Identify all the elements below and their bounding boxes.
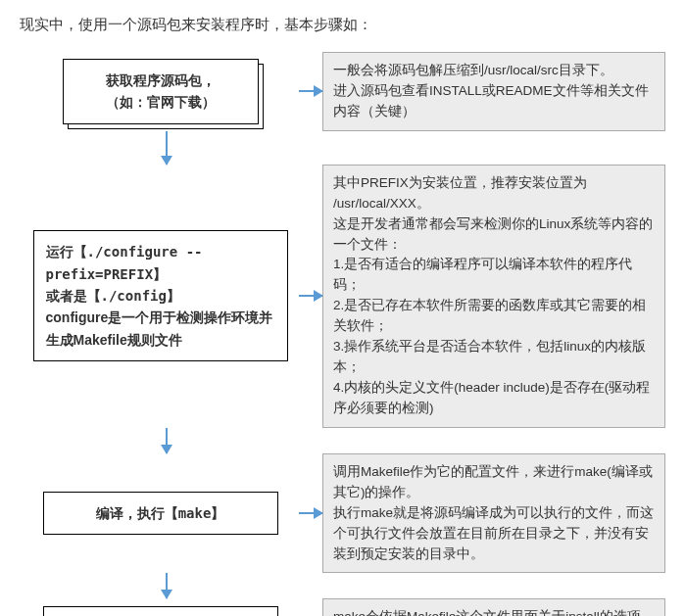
arrow-down-icon xyxy=(166,573,168,598)
step-4-row: 安装【make install】 make会依据Makefile这个文件里面关于… xyxy=(20,598,665,616)
step-1-row: 获取程序源码包， （如：官网下载） 一般会将源码包解压缩到/usr/local/… xyxy=(20,52,665,131)
step-2-line-3: configure是一个用于检测操作环境并生成Makefile规则文件 xyxy=(46,307,275,351)
step-3-d1: 调用Makefile作为它的配置文件，来进行make(编译或其它)的操作。 xyxy=(333,462,655,503)
step-3-d2: 执行make就是将源码编译成为可以执行的文件，而这个可执行文件会放置在目前所在目… xyxy=(333,503,655,565)
arrow-down-icon xyxy=(166,428,168,453)
arrow-right-icon xyxy=(299,90,322,92)
step-1-box: 获取程序源码包， （如：官网下载） xyxy=(63,59,259,124)
flow-diagram: 获取程序源码包， （如：官网下载） 一般会将源码包解压缩到/usr/local/… xyxy=(20,52,665,616)
step-1-title-1: 获取程序源码包， xyxy=(75,70,246,91)
arrow-down-icon xyxy=(166,131,168,165)
step-3-row: 编译，执行【make】 调用Makefile作为它的配置文件，来进行make(编… xyxy=(20,453,665,574)
step-2-d6: 3.操作系统平台是否适合本软件，包括linux的内核版本； xyxy=(333,337,655,378)
step-2-line-1: 运行【./configure --prefix=PREFIX】 xyxy=(46,241,275,285)
step-2-desc: 其中PREFIX为安装位置，推荐安装位置为 /usr/local/XXX。 这是… xyxy=(322,165,665,428)
step-2-d5: 2.是否已存在本软件所需要的函数库或其它需要的相关软件； xyxy=(333,296,655,337)
step-1-desc-l1: 一般会将源码包解压缩到/usr/local/src目录下。 xyxy=(333,61,655,81)
step-2-d3: 这是开发者通常都会写来检测你的Linux系统等内容的一个文件： xyxy=(333,214,655,256)
step-2-d1: 其中PREFIX为安装位置，推荐安装位置为 xyxy=(333,173,655,194)
step-2-row: 运行【./configure --prefix=PREFIX】 或者是【./co… xyxy=(20,165,665,428)
step-1-title-2: （如：官网下载） xyxy=(75,91,246,113)
step-2-d2: /usr/local/XXX。 xyxy=(333,194,655,214)
intro-text: 现实中，使用一个源码包来安装程序时，基本步骤如： xyxy=(20,16,665,34)
step-4-box: 安装【make install】 xyxy=(43,606,278,616)
arrow-right-icon xyxy=(299,512,322,514)
step-4-d1: make会依据Makefile这个文件里面关于install的选项，将上一个步骤… xyxy=(333,607,655,616)
step-3-title: 编译，执行【make】 xyxy=(96,505,225,521)
step-2-d7: 4.内核的头定义文件(header include)是否存在(驱动程序必须要的检… xyxy=(333,378,655,419)
step-1-desc: 一般会将源码包解压缩到/usr/local/src目录下。 进入源码包查看INS… xyxy=(322,52,665,131)
arrow-right-icon xyxy=(299,295,322,297)
step-4-desc: make会依据Makefile这个文件里面关于install的选项，将上一个步骤… xyxy=(322,598,665,616)
step-2-box: 运行【./configure --prefix=PREFIX】 或者是【./co… xyxy=(33,230,288,361)
step-2-d4: 1.是否有适合的编译程序可以编译本软件的程序代码； xyxy=(333,255,655,296)
step-1-desc-l2: 进入源码包查看INSTALL或README文件等相关文件内容（关键） xyxy=(333,81,655,122)
step-3-box: 编译，执行【make】 xyxy=(43,492,278,535)
step-3-desc: 调用Makefile作为它的配置文件，来进行make(编译或其它)的操作。 执行… xyxy=(322,453,665,574)
step-2-line-2: 或者是【./config】 xyxy=(46,285,275,307)
